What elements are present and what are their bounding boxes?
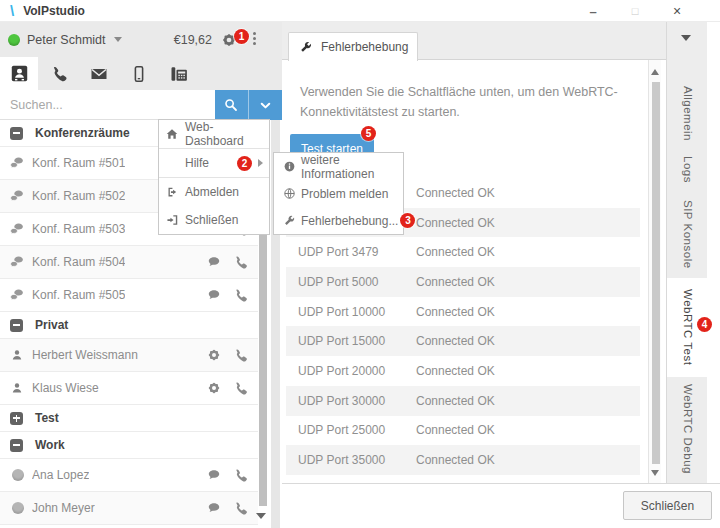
list-item[interactable]: Konf. Raum #505 (0, 279, 258, 312)
main-menu: Web-Dashboard Hilfe 2 Abmelden Schließen (158, 119, 270, 235)
menu-item-label: Hilfe (185, 156, 209, 170)
menu-item-label: Schließen (185, 213, 238, 227)
list-item[interactable]: Klaus Wiese (0, 372, 258, 405)
menu-item-hilfe[interactable]: Hilfe 2 (159, 149, 269, 177)
search-button[interactable] (215, 90, 249, 120)
phone-icon[interactable] (233, 500, 249, 516)
tab-contacts[interactable] (0, 57, 38, 90)
menu-item-schliessen[interactable]: Schließen (159, 206, 269, 234)
collapse-group-icon[interactable] (10, 439, 23, 452)
menu-item-abmelden[interactable]: Abmelden (159, 178, 269, 206)
notification-badge: 5 (361, 126, 376, 141)
tab-messages[interactable] (80, 57, 118, 90)
status-value: Connected OK (416, 245, 640, 259)
scrollbar-thumb[interactable] (652, 82, 660, 464)
chat-icon[interactable] (206, 287, 222, 303)
group-label: Test (35, 411, 59, 425)
menu-item-web-dashboard[interactable]: Web-Dashboard (159, 120, 269, 148)
status-value: Connected OK (416, 186, 640, 200)
notification-badge: 1 (234, 29, 249, 44)
contact-name: Herbert Weissmann (32, 348, 138, 362)
chat-icon[interactable] (206, 500, 222, 516)
gear-icon[interactable] (206, 347, 222, 363)
expand-group-icon[interactable] (10, 412, 23, 425)
port-label: UDP Port 3479 (286, 245, 416, 259)
menu-item-label: Abmelden (185, 185, 239, 199)
scroll-down-icon[interactable] (651, 470, 659, 476)
scroll-up-icon[interactable] (651, 69, 659, 75)
group-header[interactable]: Privat (0, 312, 258, 339)
gear-icon[interactable] (206, 380, 222, 396)
collapse-panel-icon[interactable] (681, 35, 691, 41)
minimize-button[interactable]: – (578, 0, 608, 22)
tab-sip-konsole[interactable]: SIP Konsole (667, 192, 708, 276)
phone-icon[interactable] (233, 380, 249, 396)
side-tab-strip: Allgemein Logs SIP Konsole WebRTC Test W… (666, 22, 707, 483)
tab-webrtc-debug[interactable]: WebRTC Debug (667, 379, 708, 479)
conference-chat-icon (8, 155, 26, 171)
tab-deskphone[interactable] (160, 57, 198, 90)
tab-mobile[interactable] (120, 57, 158, 90)
online-status-icon (8, 34, 20, 46)
contact-name: Klaus Wiese (32, 381, 99, 395)
phone-icon[interactable] (233, 287, 249, 303)
more-options-icon[interactable] (253, 32, 256, 45)
maximize-button[interactable]: □ (620, 0, 650, 22)
group-label: Privat (35, 318, 68, 332)
submenu-item-label: Problem melden (301, 187, 388, 201)
chat-icon[interactable] (206, 254, 222, 270)
test-result-row: UDP Port 10000Connected OK (286, 297, 640, 327)
phone-icon[interactable] (233, 347, 249, 363)
globe-icon (277, 187, 301, 200)
test-result-row: UDP Port 25000Connected OK (286, 416, 640, 446)
search-options-button[interactable] (249, 90, 283, 120)
contact-name: Konf. Raum #502 (32, 189, 125, 203)
port-label: UDP Port 30000 (286, 394, 416, 408)
port-label: UDP Port 10000 (286, 305, 416, 319)
submenu-item-fehlerbehebung[interactable]: Fehlerbehebung... 3 (274, 207, 403, 234)
status-value: Connected OK (416, 305, 640, 319)
conference-chat-icon (8, 221, 26, 237)
offline-status-icon (8, 502, 26, 514)
titlebar: \ VoIPstudio – □ × (0, 0, 720, 22)
status-value: Connected OK (416, 216, 640, 230)
chevron-down-icon (258, 98, 273, 113)
collapse-group-icon[interactable] (10, 127, 23, 140)
submenu-item-problem-melden[interactable]: Problem melden (274, 180, 403, 207)
list-item[interactable]: Herbert Weissmann (0, 339, 258, 372)
test-result-row: UDP Port 5000Connected OK (286, 267, 640, 297)
tab-allgemein[interactable]: Allgemein (667, 78, 708, 148)
status-value: Connected OK (416, 275, 640, 289)
panel-scrollbar[interactable] (648, 60, 661, 483)
submenu-item-weitere-informationen[interactable]: weitere Informationen (274, 153, 403, 180)
group-header[interactable]: Test (0, 405, 258, 432)
panel-footer: Schließen (282, 483, 720, 528)
scroll-down-icon[interactable] (256, 513, 266, 519)
list-item[interactable]: Ana Lopez (0, 459, 258, 492)
app-logo-icon: \ (10, 2, 14, 19)
phone-icon[interactable] (233, 467, 249, 483)
tab-phone[interactable] (40, 57, 78, 90)
collapse-group-icon[interactable] (10, 319, 23, 332)
group-header[interactable]: Work (0, 432, 258, 459)
close-panel-button[interactable]: Schließen (623, 491, 712, 520)
tab-logs[interactable]: Logs (667, 148, 708, 190)
tab-fehlerbehebung[interactable]: Fehlerbehebung (288, 32, 418, 61)
search-input[interactable] (10, 94, 205, 116)
wrench-icon (299, 40, 313, 54)
list-item[interactable]: Konf. Raum #504 (0, 246, 258, 279)
chat-icon[interactable] (206, 467, 222, 483)
port-label: UDP Port 35000 (286, 453, 416, 467)
list-item[interactable]: John Meyer (0, 492, 258, 525)
status-value: Connected OK (416, 394, 640, 408)
account-balance: €19,62 (174, 33, 212, 47)
sign-out-icon (159, 185, 185, 199)
status-value: Connected OK (416, 364, 640, 378)
submenu-item-label: weitere Informationen (301, 153, 403, 181)
user-menu-caret-icon[interactable] (114, 37, 122, 42)
phone-icon[interactable] (233, 254, 249, 270)
close-window-button[interactable]: × (662, 0, 692, 22)
group-label: Work (35, 438, 65, 452)
port-label: UDP Port 25000 (286, 423, 416, 437)
info-icon (277, 160, 301, 173)
